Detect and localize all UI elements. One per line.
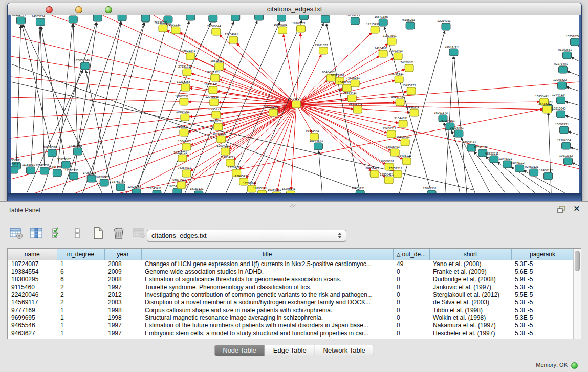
graph-node[interactable]: 18301751 xyxy=(173,151,187,162)
delete-column-icon[interactable] xyxy=(111,226,127,241)
graph-node[interactable]: 12444134 xyxy=(552,93,566,104)
graph-node[interactable]: 18130344 xyxy=(182,15,195,20)
graph-node[interactable]: 21364411 xyxy=(343,91,357,102)
graph-node[interactable]: 95464621 xyxy=(227,15,241,21)
table-cell[interactable]: 5.3E-5 xyxy=(511,314,573,321)
table-cell[interactable]: Estimation of the future numbers of pati… xyxy=(141,321,393,329)
graph-node[interactable]: 16107551 xyxy=(175,95,189,105)
graph-node[interactable]: 18381744 xyxy=(12,15,26,24)
graph-node[interactable]: 12048211 xyxy=(205,95,219,106)
table-cell[interactable]: 2 xyxy=(57,283,104,291)
table-mode-icon[interactable] xyxy=(8,226,25,241)
table-cell[interactable]: 5.5E-5 xyxy=(511,291,573,298)
citation-edge[interactable] xyxy=(548,113,551,194)
table-cell[interactable]: 6 xyxy=(57,275,104,283)
citation-edge-red[interactable] xyxy=(246,108,294,178)
graph-node[interactable]: 10719195 xyxy=(346,15,360,25)
table-cell[interactable]: Stergiakouli et al. (2012) xyxy=(429,291,511,298)
graph-node[interactable]: 91544691 xyxy=(394,117,408,127)
graph-node[interactable]: 11156819 xyxy=(22,163,35,174)
table-cell[interactable]: 0 xyxy=(393,283,429,291)
table-cell[interactable]: Investigating the contribution of common… xyxy=(141,291,393,298)
citation-edge-red[interactable] xyxy=(297,33,301,100)
table-cell[interactable]: 14569117 xyxy=(8,298,57,306)
graph-node[interactable]: 19166821 xyxy=(175,125,189,136)
delete-table-icon[interactable] xyxy=(131,226,147,241)
citation-edge[interactable] xyxy=(565,101,579,105)
citation-edge-red[interactable] xyxy=(223,69,292,102)
select-all-icon[interactable] xyxy=(49,226,66,241)
table-cell[interactable]: 18300295 xyxy=(8,275,57,283)
graph-node[interactable]: 15276021 xyxy=(137,15,150,22)
graph-node[interactable]: 12115498 xyxy=(366,23,380,33)
column-header-title[interactable]: title xyxy=(141,249,393,260)
table-cell[interactable]: 1 xyxy=(57,306,104,314)
graph-node[interactable]: 81303041 xyxy=(250,15,264,20)
citation-edge[interactable] xyxy=(41,27,65,160)
graph-node[interactable]: 12217591 xyxy=(383,34,397,45)
new-column-icon[interactable] xyxy=(90,226,106,241)
graph-node[interactable]: 12450122 xyxy=(539,169,553,180)
citation-edge-red[interactable] xyxy=(220,79,292,103)
graph-node[interactable]: 16834211 xyxy=(222,156,235,166)
graph-node[interactable]: 16438211 xyxy=(538,102,552,113)
citation-edge[interactable] xyxy=(565,116,579,120)
table-cell[interactable]: 5.3E-5 xyxy=(511,321,573,329)
table-row[interactable]: 969969511998Structural magnetic resonanc… xyxy=(8,314,573,321)
graph-node[interactable]: 15344571 xyxy=(310,139,323,150)
graph-node[interactable]: 16107481 xyxy=(391,95,405,106)
table-cell[interactable]: Embryonic stem cells: a model to study s… xyxy=(141,329,393,337)
citation-edge-red[interactable] xyxy=(11,104,292,118)
table-cell[interactable]: Franke et al. (2009) xyxy=(429,268,511,275)
graph-node[interactable]: 19611071 xyxy=(315,43,329,54)
table-cell[interactable]: 1 xyxy=(57,314,104,321)
graph-node[interactable]: 15495771 xyxy=(402,84,416,95)
citation-edge-red[interactable] xyxy=(11,105,292,138)
table-row[interactable]: 1938455462009Genome-wide association stu… xyxy=(8,268,573,275)
table-cell[interactable]: Dudbridge et al. (2008) xyxy=(429,275,511,283)
table-cell[interactable]: 2008 xyxy=(104,275,141,283)
table-cell[interactable]: Genome-wide association studies in ADHD. xyxy=(141,268,393,275)
panel-resize-handle[interactable] xyxy=(290,204,297,208)
table-cell[interactable]: 2012 xyxy=(104,291,141,298)
graph-node[interactable]: 76254011 xyxy=(178,166,191,177)
graph-node[interactable]: 19381121 xyxy=(206,71,220,81)
table-cell[interactable]: 49 xyxy=(393,260,429,268)
table-cell[interactable]: 1997 xyxy=(104,283,141,291)
tab-edge-table[interactable]: Edge Table xyxy=(265,345,315,356)
table-cell[interactable]: 0 xyxy=(393,329,429,337)
graph-node[interactable]: 92450121 xyxy=(525,165,539,176)
citation-edge-red[interactable] xyxy=(190,107,292,171)
citation-edge-red[interactable] xyxy=(284,35,296,100)
table-cell[interactable]: Nakamura et al. (1997) xyxy=(429,321,511,329)
graph-node[interactable]: 20891406 xyxy=(64,15,78,23)
graph-node[interactable]: 20206576 xyxy=(43,146,57,157)
graph-node[interactable]: 18757511 xyxy=(390,72,404,83)
table-cell[interactable]: 1 xyxy=(57,329,104,337)
citation-edge-red[interactable] xyxy=(298,55,321,100)
column-header-name[interactable]: name xyxy=(8,249,57,260)
citation-edge[interactable] xyxy=(73,24,77,147)
graph-node[interactable]: 16946122 xyxy=(511,161,525,172)
table-cell[interactable]: 18724007 xyxy=(8,260,57,268)
table-cell[interactable]: Yano et al. (2008) xyxy=(429,260,511,268)
graph-node[interactable]: 76155251 xyxy=(401,18,415,29)
citation-edge-red[interactable] xyxy=(301,104,542,110)
table-scrollbar-thumb[interactable] xyxy=(575,251,580,271)
citation-edge-red[interactable] xyxy=(301,102,539,104)
table-cell[interactable]: Jankovic et al. (1997) xyxy=(429,283,511,291)
graph-node[interactable]: 10653287 xyxy=(113,15,127,21)
table-selector-dropdown[interactable]: citations_edges.txt xyxy=(147,230,346,242)
table-cell[interactable]: 1997 xyxy=(104,329,141,337)
table-cell[interactable]: 0 xyxy=(393,321,429,329)
graph-node[interactable]: 19384554 xyxy=(306,129,319,140)
column-header-in_degree[interactable]: in_degree xyxy=(57,249,104,260)
close-icon[interactable]: ✕ xyxy=(573,204,580,213)
graph-node[interactable]: 15751074 xyxy=(566,35,579,46)
graph-node[interactable]: 25611441 xyxy=(349,102,363,113)
table-cell[interactable]: 1 xyxy=(57,260,104,268)
table-cell[interactable]: 2 xyxy=(57,291,104,298)
table-cell[interactable]: 5.3E-5 xyxy=(511,260,573,268)
table-row[interactable]: 911546021997Tourette syndrome. Phenomeno… xyxy=(8,283,573,291)
table-cell[interactable]: 9777169 xyxy=(8,306,57,314)
